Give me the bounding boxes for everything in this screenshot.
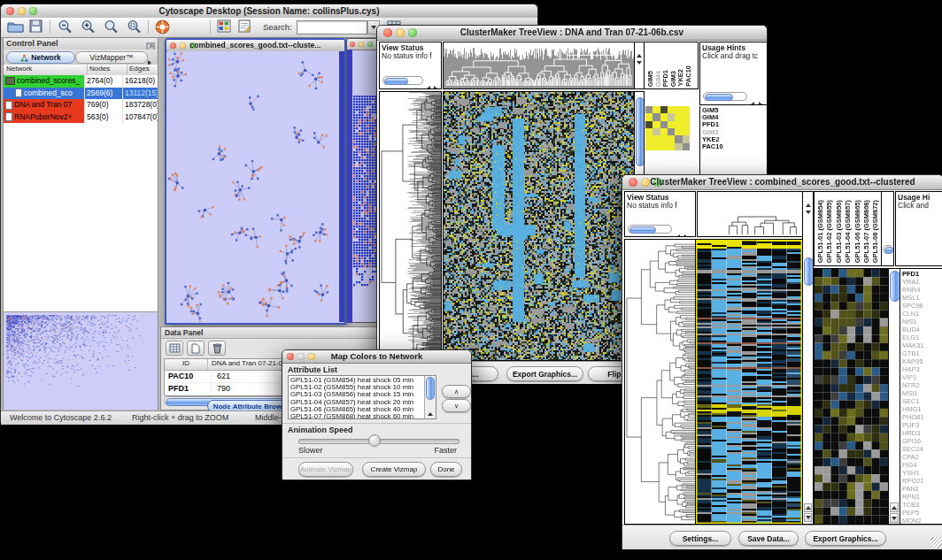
matrix-cell[interactable]: [660, 143, 668, 150]
gene-label[interactable]: SEC24: [902, 445, 924, 453]
matrix-cell[interactable]: [683, 128, 690, 135]
export-graphics-button[interactable]: Export Graphics...: [805, 531, 886, 546]
gene-label[interactable]: HAP3: [902, 365, 924, 373]
matrix-cell[interactable]: [652, 121, 660, 128]
matrix-cell[interactable]: [652, 135, 660, 142]
matrix-cell[interactable]: [675, 121, 682, 128]
gene-label[interactable]: MAK31: [902, 341, 924, 349]
gene-label[interactable]: MON2: [902, 517, 924, 525]
view-status-hscrollbar[interactable]: [382, 76, 423, 85]
matrix-cell[interactable]: [660, 106, 668, 113]
global-heatmap-panel[interactable]: [695, 239, 803, 525]
array-label[interactable]: GPL51-04 (GSM857): [844, 200, 852, 263]
row-dendrogram-panel[interactable]: [624, 239, 696, 525]
attribute-item[interactable]: GPL51-07 (GSM868) heat shock 60 min: [290, 413, 423, 419]
matrix-cell[interactable]: [675, 135, 682, 142]
gene-label[interactable]: MSI1: [902, 389, 924, 397]
help-button[interactable]: [155, 19, 170, 38]
zoom-heatmap-panel[interactable]: [814, 268, 889, 525]
matrix-cell[interactable]: [660, 128, 668, 135]
labels-vscrollbar[interactable]: [881, 191, 894, 266]
zoom-fit-button[interactable]: [104, 19, 120, 38]
scroll-right-icon[interactable]: [684, 227, 688, 237]
zoom-vscrollbar[interactable]: [888, 268, 900, 525]
matrix-cell[interactable]: [668, 143, 675, 150]
matrix-cell[interactable]: [683, 121, 690, 128]
matrix-cell[interactable]: [675, 128, 682, 135]
array-label[interactable]: PFD1: [661, 70, 669, 87]
matrix-cell[interactable]: [668, 121, 675, 128]
array-label[interactable]: GPL51-07 (GSM868): [862, 200, 870, 263]
scrollbar-thumb[interactable]: [384, 78, 408, 85]
column-dendrogram-panel[interactable]: [443, 42, 635, 89]
zoom-matrix[interactable]: [645, 106, 690, 150]
scrollbar-thumb[interactable]: [636, 97, 645, 166]
gene-label[interactable]: PAN1: [902, 485, 924, 493]
gene-label[interactable]: HRD3: [902, 429, 924, 437]
gene-label[interactable]: FIG4: [902, 461, 924, 469]
treeview2-title-bar[interactable]: ClusterMaker TreeView : combined_scores_…: [622, 175, 942, 190]
scroll-right-icon[interactable]: [759, 95, 762, 105]
array-label[interactable]: GPL51-08 (GSM872): [871, 200, 879, 263]
matrix-cell[interactable]: [660, 121, 668, 128]
gene-label[interactable]: KAP95: [902, 357, 924, 365]
array-label[interactable]: GPL51-06 (GSM865): [853, 200, 861, 263]
view-status-hscrollbar[interactable]: [628, 225, 672, 234]
network-list-row[interactable]: combined_scores_2764(0)16218(0): [4, 75, 158, 88]
matrix-cell[interactable]: [660, 135, 668, 142]
vizmapper-button[interactable]: [217, 19, 231, 36]
array-labels-panel[interactable]: GIM5GIM4PFD1GIM3YKE2PAC10: [644, 42, 699, 89]
column-dendrogram-canvas[interactable]: [444, 42, 634, 88]
matrix-cell[interactable]: [645, 106, 652, 113]
scroll-down-icon[interactable]: [637, 52, 642, 68]
scrollbar-thumb[interactable]: [426, 377, 435, 400]
network-overview-panel[interactable]: [4, 311, 158, 410]
minimize-button[interactable]: [359, 42, 364, 47]
zoom-selected-button[interactable]: [127, 19, 143, 38]
map-colors-title-bar[interactable]: Map Colors to Network: [282, 350, 471, 364]
scroll-right-icon[interactable]: [434, 79, 437, 89]
create-attribute-button[interactable]: [187, 341, 205, 356]
search-input[interactable]: [297, 20, 367, 35]
network-canvas[interactable]: [167, 51, 339, 322]
close-button[interactable]: [350, 42, 355, 47]
network-view-title-bar[interactable]: combined_scores_good.txt--cluste...: [166, 40, 344, 52]
move-up-button[interactable]: ∧: [442, 385, 471, 398]
done-button[interactable]: Done: [430, 462, 462, 477]
gene-label[interactable]: GPI16: [902, 437, 924, 445]
matrix-cell[interactable]: [668, 135, 675, 142]
network-list-row[interactable]: combined_sco2569(6)13112(15): [4, 88, 158, 100]
matrix-cell[interactable]: [645, 128, 652, 135]
gene-labels-panel[interactable]: PFD1YRA1RNR4MSL1SPC98CLN1NIS1BUD4ELG1MAK…: [900, 268, 942, 525]
attribute-listbox[interactable]: GPL51-01 (GSM854) heat shock 05 minGPL51…: [288, 375, 436, 419]
list-vscrollbar[interactable]: [424, 376, 436, 418]
gene-label[interactable]: PFD1: [902, 270, 924, 278]
matrix-cell[interactable]: [652, 106, 660, 113]
matrix-cell[interactable]: [668, 113, 675, 120]
gene-label[interactable]: HMG1: [902, 405, 924, 413]
array-label[interactable]: GPL51-01 (GSM854): [816, 200, 824, 263]
matrix-cell[interactable]: [675, 143, 682, 150]
matrix-cell[interactable]: [660, 113, 668, 120]
move-down-button[interactable]: ∨: [442, 399, 471, 412]
scroll-up-button[interactable]: [890, 502, 899, 512]
gene-label[interactable]: SEC1: [902, 397, 924, 405]
gene-label[interactable]: YSH1: [902, 469, 924, 477]
scroll-left-icon[interactable]: [751, 95, 754, 105]
gene-label[interactable]: TCB3: [902, 501, 924, 509]
save-button[interactable]: [29, 19, 42, 36]
gene-label[interactable]: VIP1: [902, 373, 924, 381]
matrix-cell[interactable]: [645, 121, 652, 128]
heatmap-canvas[interactable]: [696, 240, 802, 524]
column-dendrogram-panel[interactable]: [697, 191, 803, 237]
col-network[interactable]: Network: [4, 65, 88, 75]
matrix-cell[interactable]: [683, 143, 690, 150]
col-id[interactable]: ID: [165, 359, 208, 370]
gene-label[interactable]: GTB1: [902, 349, 924, 357]
network-list-row[interactable]: DNA and Tran 07769(0)183728(0): [4, 99, 158, 111]
tab-vizmapper[interactable]: VizMapper™: [75, 51, 148, 64]
zoom-in-button[interactable]: [81, 19, 97, 38]
speed-slider-thumb[interactable]: [368, 434, 381, 447]
create-vizmap-button[interactable]: Create Vizmap: [362, 462, 426, 477]
matrix-cell[interactable]: [683, 113, 690, 120]
